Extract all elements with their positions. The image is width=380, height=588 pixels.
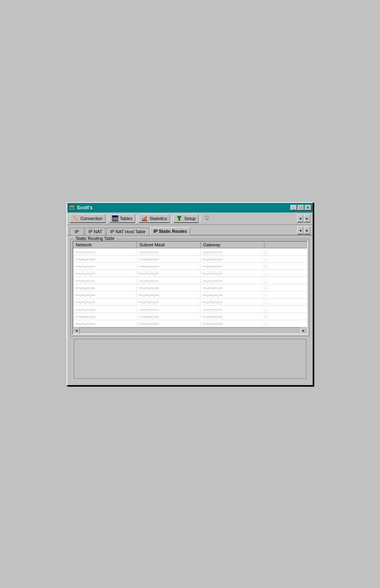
cell-gateway: ---,---,---,--- — [201, 264, 264, 269]
setup-button[interactable]: Setup — [173, 214, 198, 223]
statistics-button[interactable]: Statistics — [139, 214, 170, 223]
nav-right-button[interactable]: ► — [304, 214, 310, 222]
svg-rect-12 — [145, 216, 147, 221]
cell-gateway: ---,---,---,--- — [201, 271, 264, 276]
cell-extra: . — [264, 292, 307, 297]
cell-network: ---,---,---,--- — [73, 299, 137, 305]
cell-extra: . — [264, 307, 307, 312]
table-header: Network Subnet Mask Gateway — [73, 242, 307, 248]
group-box-label: Static Routing Table — [74, 236, 116, 241]
minimize-button[interactable]: _ — [290, 205, 297, 210]
svg-line-19 — [208, 216, 209, 217]
sep-2 — [137, 214, 137, 223]
toolbar-nav: ◄ ► — [297, 214, 310, 222]
cell-subnet: ---,---,---,--- — [137, 256, 201, 262]
nav-left-button[interactable]: ◄ — [297, 214, 304, 222]
table-row[interactable]: ---,---,---,--- ---,---,---,--- ---,---,… — [73, 256, 307, 263]
sep-1 — [107, 214, 108, 223]
svg-rect-10 — [142, 218, 143, 221]
svg-point-15 — [205, 216, 208, 219]
statistics-label: Statistics — [149, 216, 167, 221]
bars-icon — [141, 215, 148, 222]
cell-extra: . — [264, 271, 307, 276]
cell-subnet: ---,---,---,--- — [137, 299, 201, 305]
cell-extra: . — [264, 256, 307, 262]
tab-ip[interactable]: IP — [70, 228, 84, 235]
cell-network: ---,---,---,--- — [73, 278, 137, 283]
app-icon — [69, 205, 75, 211]
close-button[interactable]: ✕ — [305, 205, 311, 210]
cell-subnet: ---,---,---,--- — [137, 307, 201, 312]
tables-button[interactable]: Tables — [109, 214, 135, 223]
connection-button[interactable]: Connection — [70, 214, 106, 223]
svg-line-18 — [205, 216, 206, 217]
cell-extra: . — [264, 249, 307, 254]
cell-subnet: ---,---,---,--- — [137, 285, 201, 290]
cell-subnet: ---,---,---,--- — [137, 271, 201, 276]
horizontal-scrollbar: ◄ ► — [73, 327, 307, 334]
phone-icon — [72, 215, 79, 222]
cell-network: ---,---,---,--- — [73, 264, 137, 269]
title-bar: Scott's _ □ ✕ — [67, 203, 313, 212]
tab-ip-nat-host-table[interactable]: IP NAT Host Table — [106, 228, 149, 235]
cell-extra: . — [264, 278, 307, 283]
main-window: Scott's _ □ ✕ Connection — [67, 202, 313, 386]
cell-gateway: ---,---,---,--- — [201, 256, 264, 262]
tables-label: Tables — [120, 216, 133, 221]
tabs-row: IP IP NAT IP NAT Host Table IP Static Ro… — [67, 225, 313, 236]
cell-gateway: ---,---,---,--- — [201, 299, 264, 305]
cell-network: ---,---,---,--- — [73, 256, 137, 262]
table-icon — [112, 215, 118, 222]
tab-nav-right[interactable]: ► — [304, 226, 310, 234]
cell-gateway: ---,---,---,--- — [201, 285, 264, 290]
setup-label: Setup — [184, 216, 196, 221]
cell-network: ---,---,---,--- — [73, 314, 137, 319]
scroll-left-button[interactable]: ◄ — [73, 328, 80, 334]
cell-network: ---,---,---,--- — [73, 249, 137, 254]
funnel-icon — [176, 215, 182, 222]
table-row[interactable]: ---,---,---,--- ---,---,---,--- ---,---,… — [73, 248, 307, 256]
cell-gateway: ---,---,---,--- — [201, 292, 264, 297]
cell-gateway: ---,---,---,--- — [201, 249, 264, 254]
table-row[interactable]: ---,---,---,--- ---,---,---,--- ---,---,… — [73, 291, 307, 299]
cell-extra: . — [264, 264, 307, 269]
static-routing-group: Static Routing Table Network Subnet Mask… — [71, 239, 309, 336]
svg-rect-11 — [144, 217, 145, 221]
scroll-right-button[interactable]: ► — [300, 328, 307, 334]
sep-3 — [171, 214, 172, 223]
table-row[interactable]: ---,---,---,--- ---,---,---,--- ---,---,… — [73, 313, 307, 320]
cell-network: ---,---,---,--- — [73, 285, 137, 290]
cell-extra: . — [264, 321, 307, 326]
table-row[interactable]: ---,---,---,--- ---,---,---,--- ---,---,… — [73, 320, 307, 327]
table-body: ---,---,---,--- ---,---,---,--- ---,---,… — [73, 248, 307, 327]
col-gateway-header: Gateway — [201, 242, 264, 248]
table-row[interactable]: ---,---,---,--- ---,---,---,--- ---,---,… — [73, 277, 307, 284]
table-row[interactable]: ---,---,---,--- ---,---,---,--- ---,---,… — [73, 270, 307, 277]
table-row[interactable]: ---,---,---,--- ---,---,---,--- ---,---,… — [73, 299, 307, 306]
col-extra-header — [264, 242, 307, 248]
cell-subnet: ---,---,---,--- — [137, 264, 201, 269]
cell-extra: . — [264, 299, 307, 305]
title-bar-left: Scott's — [69, 205, 93, 211]
routing-table: Network Subnet Mask Gateway ---,---,---,… — [72, 241, 308, 334]
table-row[interactable]: ---,---,---,--- ---,---,---,--- ---,---,… — [73, 263, 307, 270]
tab-nav-left[interactable]: ◄ — [297, 226, 304, 234]
cell-gateway: ---,---,---,--- — [201, 278, 264, 283]
table-row[interactable]: ---,---,---,--- ---,---,---,--- ---,---,… — [73, 306, 307, 313]
tab-ip-static-routes[interactable]: IP Static Routes — [150, 227, 191, 235]
table-row[interactable]: ---,---,---,--- ---,---,---,--- ---,---,… — [73, 284, 307, 291]
scroll-track[interactable] — [80, 328, 300, 334]
maximize-button[interactable]: □ — [298, 205, 304, 210]
bottom-area — [74, 339, 306, 379]
tab-nav: ◄ ► — [297, 226, 310, 234]
cell-subnet: ---,---,---,--- — [137, 321, 201, 326]
cell-gateway: ---,---,---,--- — [201, 307, 264, 312]
tab-ip-nat[interactable]: IP NAT — [85, 228, 106, 235]
cell-subnet: ---,---,---,--- — [137, 292, 201, 297]
connection-label: Connection — [80, 216, 103, 221]
col-subnet-header: Subnet Mask — [137, 242, 201, 248]
cell-gateway: ---,---,---,--- — [201, 321, 264, 326]
cell-extra: . — [264, 285, 307, 290]
cell-extra: . — [264, 314, 307, 319]
col-network-header: Network — [73, 242, 137, 248]
